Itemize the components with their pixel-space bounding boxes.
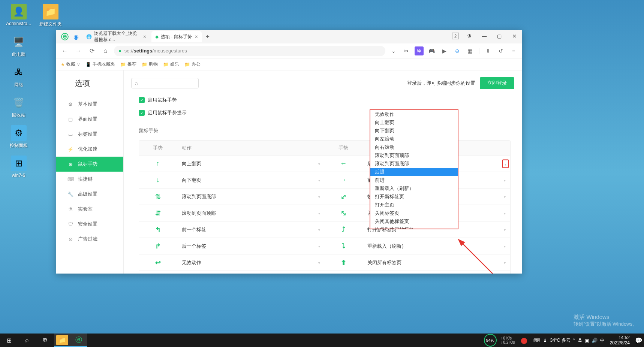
tray-chevron-icon[interactable]: ˄ (573, 338, 575, 343)
dropdown-item[interactable]: 滚动到页面顶部 (370, 151, 458, 160)
new-tab-button[interactable]: + (202, 33, 213, 41)
chevron-down-icon[interactable]: ▾ (504, 260, 506, 265)
sidebar-item-security[interactable]: 🛡安全设置 (56, 217, 123, 232)
search-button[interactable]: ⌕ (18, 334, 36, 347)
volume-icon[interactable]: 🔊 (592, 338, 598, 343)
login-button[interactable]: 立即登录 (480, 77, 514, 89)
cpu-gauge[interactable]: 94% (484, 334, 497, 347)
desktop-icon-recycle[interactable]: 🗑️ 回收站 (4, 95, 33, 118)
chevron-down-icon[interactable]: ▾ (504, 194, 506, 199)
bookmark-recommend[interactable]: 📁推荐 (120, 61, 136, 67)
lang-icon[interactable]: 中 (600, 337, 605, 344)
close-icon[interactable]: × (143, 34, 146, 40)
sidebar-item-basic[interactable]: ⚙基本设置 (56, 97, 123, 112)
translate-icon[interactable]: 译 (415, 46, 424, 55)
desktop-icon-win7[interactable]: ⊞ win7-6 (4, 156, 33, 178)
dropdown-item[interactable]: 向上翻页 (370, 118, 458, 127)
taskbar-browser[interactable]: ⓔ (70, 334, 87, 347)
history-icon[interactable]: ↺ (496, 46, 505, 55)
dropdown-item[interactable]: 打开主页 (370, 201, 458, 209)
action-select[interactable]: 滚动到页面顶部▾ (177, 210, 325, 217)
sidebar-item-advanced[interactable]: 🔧高级设置 (56, 187, 123, 202)
sidebar-item-ui[interactable]: ▢界面设置 (56, 112, 123, 127)
desktop-icon-controlpanel[interactable]: ⚙ 控制面板 (4, 125, 33, 149)
action-select[interactable]: 滚动到页面底部▾ (177, 193, 325, 200)
input-tray-icon[interactable]: ▣ (585, 338, 589, 343)
taskbar-file-explorer[interactable]: 📁 (54, 334, 70, 347)
bookmark-shopping[interactable]: 📁购物 (142, 61, 158, 67)
dropdown-item[interactable]: 重新载入（刷新） (370, 184, 458, 193)
url-input[interactable]: ● se://settings/mousegestures (114, 46, 385, 56)
sidebar-item-mousegestures[interactable]: ⊕鼠标手势 (56, 157, 123, 172)
dropdown-item[interactable]: 滚动到页面底部 (370, 160, 458, 168)
ime-icon[interactable]: ⌨ (533, 338, 541, 343)
network-tray-icon[interactable]: 🖧 (578, 338, 583, 343)
sidebar-item-optimize[interactable]: ⚡优化加速 (56, 142, 123, 157)
favorites-button[interactable]: ★收藏 ∨ (61, 61, 80, 67)
dropdown-item[interactable]: 前进 (370, 176, 458, 184)
bookmark-mobile[interactable]: 📱手机收藏夹 (85, 61, 115, 67)
sidebar-item-shortcuts[interactable]: ⌨快捷键 (56, 172, 123, 187)
tab-2-active[interactable]: ◆ 选项 - 鼠标手势 × (151, 31, 202, 42)
dropdown-item[interactable]: 向下翻页 (370, 127, 458, 135)
close-icon[interactable]: × (195, 34, 198, 40)
chevron-down-icon[interactable]: ⌄ (389, 46, 398, 55)
action-select[interactable]: 向上翻页▾ (177, 160, 325, 167)
search-input[interactable]: ⌕ (131, 78, 199, 88)
action-select[interactable]: 无效动作▾ (177, 259, 325, 266)
menu-icon[interactable]: ≡ (509, 46, 518, 55)
dropdown-item[interactable]: 向右滚动 (370, 143, 458, 151)
download-icon[interactable]: ⬇ (484, 46, 493, 55)
back-button[interactable]: ← (60, 46, 70, 56)
dropdown-item[interactable]: 后退 (370, 168, 458, 176)
home-button[interactable]: ⌂ (100, 46, 110, 56)
enable-gestures-checkbox[interactable]: ✓ 启用鼠标手势 (139, 97, 511, 103)
dropdown-item[interactable]: 无效动作 (370, 110, 458, 118)
window-badge[interactable]: 2 (452, 33, 459, 39)
action-dropdown[interactable]: 无效动作向上翻页向下翻页向左滚动向右滚动滚动到页面顶部滚动到页面底部后退前进重新… (370, 109, 458, 229)
chevron-down-icon[interactable]: ▾ (504, 211, 506, 215)
action-select[interactable]: 后一个标签▾ (177, 243, 325, 250)
sidebar-item-tabs[interactable]: ▭标签设置 (56, 127, 123, 142)
notification-icon[interactable]: 💬 (635, 337, 643, 344)
compass-icon[interactable]: ◉ (70, 31, 82, 42)
sidebar-item-adblock[interactable]: ⊘广告过滤 (56, 232, 123, 247)
action-select[interactable]: 关闭所有标签页▾ (362, 259, 510, 266)
desktop-icon-network[interactable]: 🖧 网络 (4, 64, 33, 88)
weather-icon[interactable]: 🌡 (543, 338, 548, 343)
grid-icon[interactable]: ▦ (466, 46, 475, 55)
action-select[interactable]: 前一个标签▾ (177, 226, 325, 233)
game-icon[interactable]: 🎮 (427, 46, 436, 55)
bookmark-entertainment[interactable]: 📁娱乐 (163, 61, 179, 67)
taskview-button[interactable]: ⧉ (36, 334, 54, 347)
chevron-down-icon[interactable]: ▾ (504, 227, 506, 232)
reload-button[interactable]: ⟳ (87, 46, 97, 56)
clock[interactable]: 14:52 2022/8/24 (607, 335, 633, 346)
minimize-button[interactable]: — (477, 30, 492, 42)
desktop-icon-admin[interactable]: 👤 Administra... (4, 4, 33, 27)
dropdown-item[interactable]: 向左滚动 (370, 135, 458, 143)
browser-logo[interactable]: ⓔ (59, 31, 70, 42)
filter-icon[interactable]: ⚗ (462, 30, 477, 42)
tray-app-icon[interactable]: ⬤ (521, 337, 527, 344)
scissors-icon[interactable]: ✂ (402, 46, 411, 55)
action-select[interactable]: 向下翻页▾ (177, 177, 325, 184)
dropdown-item[interactable]: 关闭标签页 (370, 209, 458, 217)
chevron-down-icon[interactable]: ▾ (504, 244, 506, 248)
minus-circle-icon[interactable]: ⊖ (453, 46, 462, 55)
desktop-icon-newfolder[interactable]: 📁 新建文件夹 (36, 4, 64, 27)
video-icon[interactable]: ▶ (440, 46, 449, 55)
dropdown-item[interactable]: 关闭其他标签页 (370, 217, 458, 226)
maximize-button[interactable]: ▢ (492, 30, 507, 42)
forward-button[interactable]: → (73, 46, 83, 56)
start-button[interactable]: ⊞ (0, 334, 18, 347)
desktop-icon-thispc[interactable]: 🖥️ 此电脑 (4, 34, 33, 58)
dropdown-item[interactable]: 恢复刚关闭的标签 (370, 226, 458, 229)
dropdown-item[interactable]: 打开新标签页 (370, 193, 458, 201)
highlighted-dropdown-trigger[interactable]: ▾ (502, 159, 509, 168)
bookmark-office[interactable]: 📁办公 (184, 61, 201, 67)
tab-1[interactable]: 🌐 浏览器下载大全_浏览器推荐-c... × (82, 31, 150, 42)
sidebar-item-lab[interactable]: ⚗实验室 (56, 202, 123, 217)
close-button[interactable]: ✕ (507, 30, 522, 42)
chevron-down-icon[interactable]: ▾ (504, 178, 506, 182)
